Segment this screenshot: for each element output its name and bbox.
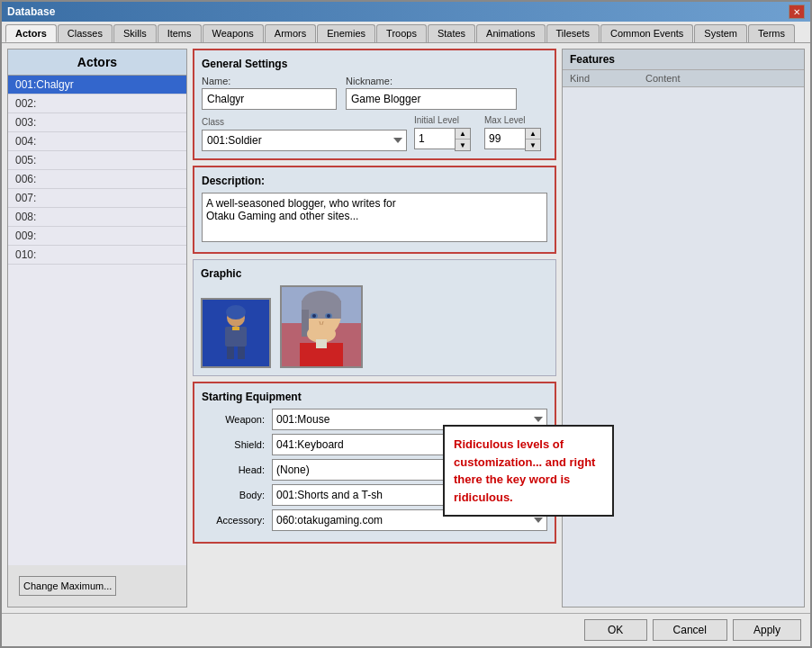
cancel-button[interactable]: Cancel <box>653 619 727 641</box>
equipment-label-2: Head: <box>202 464 265 475</box>
actor-item-003[interactable]: 003: <box>8 113 186 132</box>
change-maximum-button[interactable]: Change Maximum... <box>19 576 116 596</box>
tab-troops[interactable]: Troops <box>376 24 427 42</box>
starting-equipment-title: Starting Equipment <box>202 391 547 403</box>
tab-skills[interactable]: Skills <box>113 24 157 42</box>
actor-item-004[interactable]: 004: <box>8 132 186 151</box>
center-area: General Settings Name: Nickname: <box>193 49 556 608</box>
actors-panel-title: Actors <box>8 50 186 76</box>
class-label: Class <box>202 117 407 127</box>
max-level-input[interactable] <box>484 128 525 149</box>
description-textarea[interactable]: A well-seasoned blogger, who writes for … <box>202 193 547 242</box>
equipment-label-3: Body: <box>202 490 265 500</box>
equipment-label-4: Accessory: <box>202 515 265 526</box>
ok-button[interactable]: OK <box>584 619 647 641</box>
actor-item-005[interactable]: 005: <box>8 151 186 170</box>
close-button[interactable]: ✕ <box>789 4 805 19</box>
actor-item-007[interactable]: 007: <box>8 189 186 208</box>
initial-level-up-btn[interactable]: ▲ <box>456 129 470 140</box>
tooltip-text: Ridiculous levels of customization... an… <box>454 437 595 504</box>
actor-item-006[interactable]: 006: <box>8 170 186 189</box>
description-section: Description: A well-seasoned blogger, wh… <box>193 166 556 254</box>
tab-terms[interactable]: Terms <box>748 24 795 42</box>
max-level-down-btn[interactable]: ▼ <box>526 140 540 150</box>
tab-tilesets[interactable]: Tilesets <box>546 24 600 42</box>
description-title: Description: <box>202 175 547 187</box>
features-title: Features <box>570 53 615 66</box>
initial-level-spinner: ▲ ▼ <box>414 128 477 151</box>
actor-item-008[interactable]: 008: <box>8 208 186 227</box>
general-settings-section: General Settings Name: Nickname: <box>193 49 556 160</box>
actor-item-010[interactable]: 010: <box>8 246 186 265</box>
actor-item-002[interactable]: 002: <box>8 94 186 113</box>
general-settings-title: General Settings <box>202 58 547 70</box>
content-area: Actors 001:Chalgyr002:003:004:005:006:00… <box>2 43 810 613</box>
nickname-group: Nickname: <box>346 76 517 110</box>
name-label: Name: <box>202 76 337 86</box>
tab-bar: ActorsClassesSkillsItemsWeaponsArmorsEne… <box>2 22 810 43</box>
main-content: General Settings Name: Nickname: <box>193 49 805 608</box>
max-level-spinner: ▲ ▼ <box>484 128 547 151</box>
max-level-label: Max Level <box>484 115 547 125</box>
features-content-area <box>563 87 804 607</box>
main-window: Database ✕ ActorsClassesSkillsItemsWeapo… <box>0 0 812 648</box>
features-content-col: Content <box>645 73 797 84</box>
class-group: Class 001:Soldier <box>202 117 407 151</box>
equipment-label-0: Weapon: <box>202 414 265 425</box>
tab-common_events[interactable]: Common Events <box>600 24 693 42</box>
graphic-section: Graphic <box>193 259 556 376</box>
svg-point-3 <box>226 305 246 320</box>
tab-states[interactable]: States <box>428 24 475 42</box>
class-select[interactable]: 001:Soldier <box>202 130 407 151</box>
initial-level-label: Initial Level <box>414 115 477 125</box>
left-panel: Actors 001:Chalgyr002:003:004:005:006:00… <box>7 49 187 608</box>
face-portrait[interactable] <box>280 285 363 368</box>
window-title: Database <box>7 5 55 18</box>
tab-items[interactable]: Items <box>158 24 202 42</box>
apply-button[interactable]: Apply <box>733 619 801 641</box>
tab-system[interactable]: System <box>694 24 747 42</box>
right-panel: General Settings Name: Nickname: <box>193 49 805 608</box>
features-header: Features <box>563 50 804 70</box>
bottom-bar: OK Cancel Apply <box>2 613 810 646</box>
tab-animations[interactable]: Animations <box>476 24 545 42</box>
tab-actors[interactable]: Actors <box>5 24 57 42</box>
svg-rect-6 <box>232 327 239 330</box>
tab-armors[interactable]: Armors <box>265 24 316 42</box>
svg-point-15 <box>312 314 316 318</box>
features-panel: Features Kind Content <box>562 49 805 608</box>
svg-rect-5 <box>238 346 245 359</box>
nickname-input[interactable] <box>346 88 517 110</box>
actor-item-009[interactable]: 009: <box>8 227 186 246</box>
max-level-spinner-btns: ▲ ▼ <box>525 128 541 151</box>
initial-level-group: Initial Level ▲ ▼ <box>414 115 477 151</box>
nickname-label: Nickname: <box>346 76 517 86</box>
max-level-group: Max Level ▲ ▼ <box>484 115 547 151</box>
initial-level-input[interactable] <box>414 128 455 149</box>
equipment-label-1: Shield: <box>202 439 265 450</box>
features-kind-col: Kind <box>570 73 645 84</box>
name-group: Name: <box>202 76 337 110</box>
graphic-images <box>201 285 548 368</box>
svg-rect-4 <box>227 346 234 359</box>
svg-point-16 <box>327 314 330 318</box>
initial-level-spinner-btns: ▲ ▼ <box>455 128 471 151</box>
svg-rect-19 <box>316 339 327 348</box>
title-bar: Database ✕ <box>2 2 810 22</box>
tab-enemies[interactable]: Enemies <box>317 24 375 42</box>
actor-item-001[interactable]: 001:Chalgyr <box>8 76 186 94</box>
initial-level-down-btn[interactable]: ▼ <box>456 140 470 150</box>
graphic-title: Graphic <box>201 267 548 280</box>
tab-classes[interactable]: Classes <box>58 24 113 42</box>
max-level-up-btn[interactable]: ▲ <box>526 129 540 140</box>
character-sprite[interactable] <box>201 298 271 368</box>
actor-list: 001:Chalgyr002:003:004:005:006:007:008:0… <box>8 76 186 565</box>
class-level-row: Class 001:Soldier Initial Level <box>202 115 547 151</box>
tab-weapons[interactable]: Weapons <box>203 24 264 42</box>
name-nickname-row: Name: Nickname: <box>202 76 547 110</box>
tooltip-box: Ridiculous levels of customization... an… <box>443 425 614 517</box>
name-input[interactable] <box>202 88 337 110</box>
